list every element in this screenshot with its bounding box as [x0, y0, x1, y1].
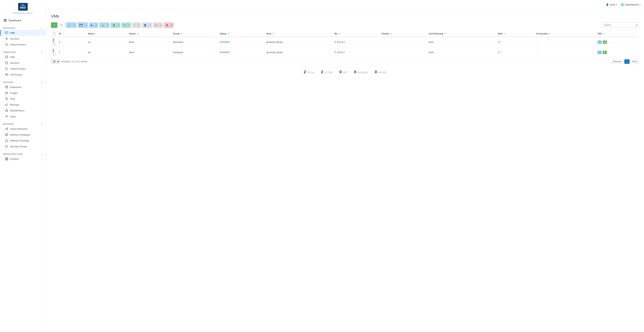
filter-button[interactable]: ⚙: [636, 24, 638, 26]
cloud-menu[interactable]: 🌐 OpenNebula ▾: [621, 3, 640, 6]
col-status[interactable]: Status ⇅: [218, 31, 264, 37]
row-vnc[interactable]: [596, 47, 639, 57]
col-group[interactable]: Group ⇅: [171, 31, 218, 37]
search-input[interactable]: [602, 22, 639, 28]
next-page-button[interactable]: Next: [630, 59, 639, 64]
select-all-checkbox[interactable]: [53, 32, 55, 35]
power-dropdown[interactable]: ▾: [117, 23, 120, 28]
sidebar-item-backups[interactable]: Backups: [0, 102, 46, 108]
col-host[interactable]: Host ⇅: [264, 31, 332, 37]
sidebar-item-tpl-services[interactable]: Services: [0, 60, 46, 66]
sidebar-item-clusters[interactable]: Clusters: [0, 156, 46, 162]
network-templates-icon: [5, 133, 8, 136]
sidebar-section-storage: Storage ▲ Datastores Images Files Back: [0, 78, 46, 120]
user-action-dropdown[interactable]: ▾: [148, 23, 152, 28]
sidebar-item-virtual-networks[interactable]: Virtual Networks: [0, 126, 46, 132]
tag-button-group: 🏷 ▾: [153, 22, 163, 28]
prev-page-button[interactable]: Previous: [611, 59, 624, 64]
sidebar-item-virtual-routers[interactable]: Virtual Routers: [0, 42, 46, 47]
play-button[interactable]: ▶: [89, 23, 95, 28]
vm-table: ID ▼ Name ⇅ Owner ⇅ Group ⇅ Status ⇅ Hos…: [51, 31, 639, 57]
sidebar-item-images[interactable]: Images: [0, 90, 46, 96]
row-connection: -: [534, 37, 596, 47]
migrate-button-group: 🛒 ▾: [66, 22, 76, 28]
sidebar-item-network-topology[interactable]: Network Topology: [0, 138, 46, 144]
vnc-display-icon[interactable]: [598, 40, 602, 44]
vnc-display-icon[interactable]: [598, 51, 602, 54]
power-button[interactable]: ⏻: [111, 23, 117, 28]
pagination: Previous 1 Next: [611, 59, 639, 64]
instances-section-header[interactable]: Instances ▲: [0, 26, 46, 30]
sidebar-item-datastores[interactable]: Datastores: [0, 84, 46, 90]
table-row: 3 vm brest brestusers RUNNING ap-brest1.…: [51, 37, 639, 47]
sidebar-item-tpl-virtual-routers[interactable]: Virtual Routers: [0, 66, 46, 72]
sidebar-item-tpl-vm-groups[interactable]: VM Groups: [0, 72, 46, 77]
col-name[interactable]: Name ⇅: [86, 31, 127, 37]
sidebar-item-files[interactable]: Files: [0, 96, 46, 102]
tag-button[interactable]: 🏷: [153, 23, 159, 28]
refresh-button[interactable]: ↻: [58, 22, 65, 28]
svg-point-28: [7, 129, 8, 130]
col-vnc[interactable]: VNC ⇅: [596, 31, 639, 37]
sidebar-item-marketplaces[interactable]: MarketPlaces: [0, 108, 46, 113]
svg-rect-18: [5, 74, 6, 75]
sidebar-item-apps[interactable]: Apps: [0, 113, 46, 119]
storage-chevron: ▲: [41, 81, 43, 83]
tag-dropdown[interactable]: ▾: [159, 23, 162, 28]
svg-rect-31: [6, 134, 8, 136]
col-owner[interactable]: Owner ⇅: [127, 31, 171, 37]
user-menu[interactable]: 👤 brest ▾: [606, 3, 617, 6]
per-page-select[interactable]: 10 25 50: [51, 59, 60, 64]
row-host: ap-brest1.ald.pro: [264, 47, 332, 57]
user-action-button[interactable]: 👤: [142, 23, 148, 28]
row-ips: 0: 10.0.0.1: [332, 47, 380, 57]
migrate-button[interactable]: 🛒: [66, 22, 73, 28]
sidebar-item-network-templates[interactable]: Network Templates: [0, 132, 46, 138]
col-charter[interactable]: Charter ⇅: [380, 31, 427, 37]
sidebar-item-security-groups[interactable]: Security Groups: [0, 144, 46, 149]
lock-button[interactable]: 🔒: [100, 23, 106, 28]
save-button[interactable]: 💾: [78, 22, 84, 28]
storage-section-header[interactable]: Storage ▲: [0, 80, 46, 84]
sidebar-item-dashboard[interactable]: Dashboard: [0, 17, 46, 23]
row-owner: brest: [127, 47, 171, 57]
vnc-edit-icon[interactable]: [603, 51, 607, 54]
col-user-running[interactable]: User Running ⇅: [427, 31, 496, 37]
create-button[interactable]: +: [51, 22, 58, 28]
save-button-group: 💾 ▾: [78, 22, 88, 28]
play-dropdown[interactable]: ▾: [95, 23, 98, 28]
col-connection[interactable]: Connection ⇅: [534, 31, 596, 37]
lock-dropdown[interactable]: ▾: [106, 23, 109, 28]
col-ips[interactable]: IPs ⇅: [332, 31, 380, 37]
sidebar-item-vms[interactable]: VMs: [0, 30, 46, 36]
svg-rect-14: [6, 56, 8, 58]
sidebar-item-services[interactable]: Services: [0, 36, 46, 42]
network-section-header[interactable]: Network ▲: [0, 122, 46, 126]
sidebar-item-tpl-vms[interactable]: VMs: [0, 54, 46, 60]
svg-point-35: [5, 141, 6, 142]
discretionary-mode-label: Discretionary mode ℹ: [14, 12, 32, 14]
migrate-dropdown[interactable]: ▾: [73, 22, 76, 28]
sidebar-section-dashboard: Dashboard: [0, 15, 46, 24]
logo-area: BPECT Discretionary mode ℹ: [0, 0, 46, 15]
row-checkbox[interactable]: [51, 37, 57, 47]
col-mac[interactable]: MAC ⇅: [496, 31, 534, 37]
row-checkbox[interactable]: [51, 47, 57, 57]
play-button-group: ▶ ▾: [89, 22, 98, 28]
images-icon: [5, 91, 8, 95]
current-page-button[interactable]: 1: [624, 59, 630, 64]
col-id[interactable]: ID ▼: [57, 31, 86, 37]
svg-point-25: [7, 111, 7, 111]
svg-rect-16: [6, 62, 8, 64]
reboot-dropdown[interactable]: ▾: [127, 23, 131, 28]
reboot-button[interactable]: ↺: [122, 23, 127, 28]
delete-dropdown[interactable]: ▾: [170, 23, 174, 28]
delete-button[interactable]: 🗑: [164, 23, 170, 28]
share-button[interactable]: ⤴: [132, 23, 137, 28]
vnc-edit-icon[interactable]: [603, 40, 607, 44]
share-dropdown[interactable]: ▾: [137, 23, 140, 28]
save-dropdown[interactable]: ▾: [84, 22, 88, 28]
row-vnc[interactable]: [596, 37, 639, 47]
infrastructure-section-header[interactable]: Infrastructure ▲: [0, 152, 46, 156]
templates-section-header[interactable]: Templates ▲: [0, 50, 46, 54]
